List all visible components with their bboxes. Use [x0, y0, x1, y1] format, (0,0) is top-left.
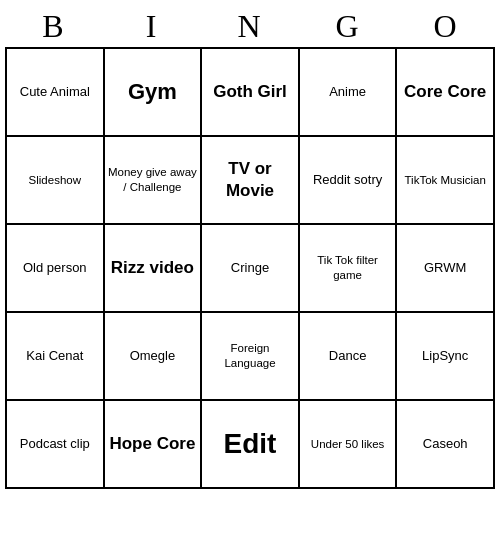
- bingo-cell: Under 50 likes: [300, 401, 398, 489]
- bingo-cell: Hope Core: [105, 401, 203, 489]
- bingo-cell: Old person: [7, 225, 105, 313]
- bingo-cell: Cringe: [202, 225, 300, 313]
- bingo-cell: Core Core: [397, 49, 495, 137]
- bingo-cell: TikTok Musician: [397, 137, 495, 225]
- bingo-cell: Foreign Language: [202, 313, 300, 401]
- bingo-letter: G: [299, 8, 397, 45]
- bingo-letter: N: [201, 8, 299, 45]
- bingo-cell: TV or Movie: [202, 137, 300, 225]
- bingo-cell: Edit: [202, 401, 300, 489]
- bingo-cell: Money give away / Challenge: [105, 137, 203, 225]
- bingo-cell: Gym: [105, 49, 203, 137]
- bingo-cell: GRWM: [397, 225, 495, 313]
- bingo-cell: Anime: [300, 49, 398, 137]
- bingo-cell: Goth Girl: [202, 49, 300, 137]
- bingo-header: BINGO: [5, 8, 495, 45]
- bingo-cell: Rizz video: [105, 225, 203, 313]
- bingo-cell: LipSync: [397, 313, 495, 401]
- bingo-cell: Slideshow: [7, 137, 105, 225]
- bingo-letter: B: [5, 8, 103, 45]
- bingo-cell: Kai Cenat: [7, 313, 105, 401]
- bingo-letter: O: [397, 8, 495, 45]
- bingo-cell: Tik Tok filter game: [300, 225, 398, 313]
- bingo-card: BINGO Cute AnimalGymGoth GirlAnimeCore C…: [5, 8, 495, 489]
- bingo-cell: Cute Animal: [7, 49, 105, 137]
- bingo-cell: Caseoh: [397, 401, 495, 489]
- bingo-letter: I: [103, 8, 201, 45]
- bingo-cell: Reddit sotry: [300, 137, 398, 225]
- bingo-cell: Omegle: [105, 313, 203, 401]
- bingo-cell: Podcast clip: [7, 401, 105, 489]
- bingo-grid: Cute AnimalGymGoth GirlAnimeCore CoreSli…: [5, 47, 495, 489]
- bingo-cell: Dance: [300, 313, 398, 401]
